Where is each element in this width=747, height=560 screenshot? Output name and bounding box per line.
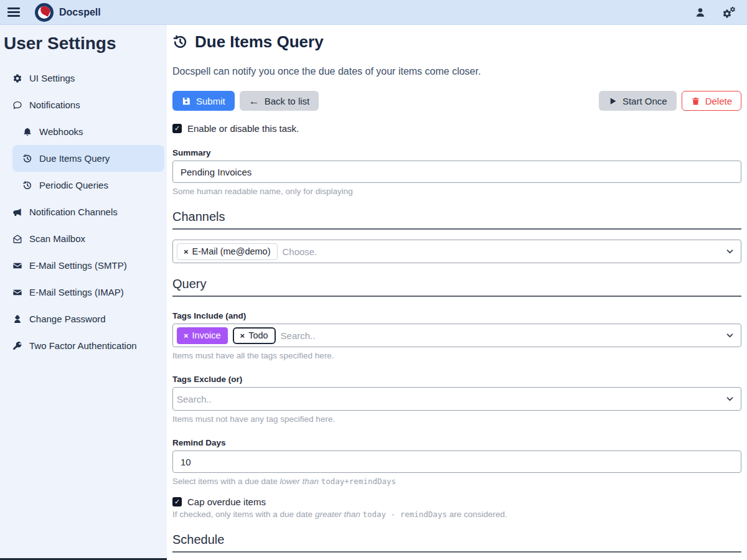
sidebar-item-label: E-Mail Settings (SMTP)	[29, 260, 127, 271]
tags-exclude-multiselect[interactable]: Search..	[172, 387, 741, 411]
play-icon	[608, 96, 618, 106]
enable-task-row: ✓ Enable or disable this task.	[172, 123, 741, 134]
page-description: Docspell can notify you once the due dat…	[172, 66, 741, 77]
brand-name: Docspell	[59, 7, 101, 18]
trash-icon	[691, 96, 700, 106]
action-bar: Submit ← Back to list Start Once Delete	[172, 91, 741, 111]
brand[interactable]: Docspell	[35, 3, 101, 22]
history-icon	[22, 154, 32, 164]
channels-multiselect[interactable]: × E-Mail (me@demo) Choose.	[172, 240, 741, 263]
sidebar-item-label: UI Settings	[29, 73, 75, 83]
cap-overdue-label: Cap overdue items	[187, 497, 266, 507]
cap-overdue-help: If checked, only items with a due date g…	[172, 510, 741, 519]
sidebar-title: User Settings	[2, 32, 164, 65]
sidebar-item-label: E-Mail Settings (IMAP)	[29, 287, 124, 297]
cap-overdue-checkbox[interactable]: ✓	[172, 497, 182, 506]
save-icon	[182, 96, 191, 106]
sidebar-item-scan-mailbox[interactable]: Scan Mailbox	[2, 225, 164, 252]
delete-label: Delete	[705, 96, 732, 106]
page-title-text: Due Items Query	[195, 32, 324, 52]
page-title: Due Items Query	[172, 32, 741, 52]
sidebar-item-label: Notification Channels	[29, 207, 118, 217]
summary-help: Some human readable name, only for displ…	[172, 187, 741, 196]
gear-icon	[12, 73, 22, 83]
channels-section-heading: Channels	[172, 210, 741, 230]
sidebar-item-label: Two Factor Authentication	[29, 340, 137, 351]
summary-label: Summary	[172, 148, 741, 157]
enable-task-label: Enable or disable this task.	[187, 123, 299, 134]
sidebar-item-two-factor[interactable]: Two Factor Authentication	[2, 332, 164, 359]
back-label: Back to list	[265, 96, 310, 106]
enable-task-checkbox[interactable]: ✓	[172, 124, 182, 133]
sidebar-item-email-imap[interactable]: E-Mail Settings (IMAP)	[2, 279, 164, 306]
remind-days-help: Select items with a due date lower than …	[172, 477, 741, 486]
submit-button[interactable]: Submit	[172, 91, 235, 111]
sidebar-item-label: Periodic Queries	[39, 180, 108, 190]
check-icon: ✓	[174, 124, 180, 133]
submit-label: Submit	[196, 96, 225, 106]
envelope-open-icon	[12, 234, 22, 244]
channels-placeholder: Choose.	[283, 246, 317, 257]
sidebar-item-label: Webhooks	[39, 126, 83, 137]
cap-overdue-row: ✓ Cap overdue items	[172, 497, 741, 507]
tag-chip-label: Todo	[248, 330, 268, 340]
tags-include-help: Items must have all the tags specified h…	[172, 351, 741, 360]
envelope-icon	[12, 287, 22, 297]
close-icon[interactable]: ×	[184, 247, 189, 256]
sidebar-item-label: Due Items Query	[39, 153, 110, 164]
sidebar-item-notifications[interactable]: Notifications	[2, 91, 164, 118]
sidebar-item-label: Notifications	[29, 100, 80, 110]
close-icon[interactable]: ×	[240, 331, 245, 340]
chevron-down-icon[interactable]	[726, 395, 734, 403]
tags-exclude-help: Items must not have any tag specified he…	[172, 414, 741, 424]
tag-chip-invoice[interactable]: × Invoice	[177, 327, 228, 344]
remind-days-label: Remind Days	[172, 438, 741, 447]
history-icon	[22, 180, 32, 190]
history-icon	[172, 34, 188, 50]
tag-chip-label: Invoice	[192, 330, 221, 340]
tags-exclude-label: Tags Exclude (or)	[172, 375, 741, 384]
sidebar-item-label: Scan Mailbox	[29, 233, 85, 244]
gears-icon[interactable]	[722, 6, 736, 19]
top-navbar: Docspell	[0, 0, 747, 25]
tag-chip-todo[interactable]: × Todo	[233, 327, 276, 344]
arrow-left-icon: ←	[249, 96, 260, 106]
sidebar-item-notification-channels[interactable]: Notification Channels	[2, 198, 164, 225]
main-content: Due Items Query Docspell can notify you …	[167, 25, 747, 560]
channel-chip-label: E-Mail (me@demo)	[192, 246, 271, 256]
tags-include-multiselect[interactable]: × Invoice × Todo Search..	[172, 324, 741, 347]
tags-include-placeholder: Search..	[281, 330, 316, 341]
chevron-down-icon[interactable]	[726, 332, 734, 340]
delete-button[interactable]: Delete	[682, 91, 741, 111]
user-secret-icon	[12, 314, 22, 324]
chevron-down-icon[interactable]	[726, 248, 734, 256]
sidebar-item-due-items-query[interactable]: Due Items Query	[12, 145, 164, 172]
bell-icon	[22, 127, 32, 137]
sidebar-item-label: Change Password	[29, 314, 106, 324]
tags-include-label: Tags Include (and)	[172, 311, 741, 320]
check-icon: ✓	[174, 498, 180, 506]
sidebar-item-ui-settings[interactable]: UI Settings	[2, 65, 164, 91]
docspell-logo-icon	[35, 3, 54, 22]
remind-days-input[interactable]	[172, 450, 741, 473]
sidebar-item-change-password[interactable]: Change Password	[2, 306, 164, 332]
back-to-list-button[interactable]: ← Back to list	[240, 91, 319, 111]
envelope-icon	[12, 261, 22, 271]
menu-icon[interactable]	[7, 7, 20, 17]
sidebar-item-webhooks[interactable]: Webhooks	[12, 118, 164, 145]
summary-input[interactable]	[172, 161, 741, 183]
sidebar-item-periodic-queries[interactable]: Periodic Queries	[12, 172, 164, 198]
query-section-heading: Query	[172, 277, 741, 297]
comment-icon	[12, 100, 22, 110]
start-once-button[interactable]: Start Once	[599, 91, 677, 111]
settings-sidebar: User Settings UI Settings Notifications …	[0, 25, 167, 560]
user-icon[interactable]	[695, 7, 706, 18]
tags-exclude-placeholder: Search..	[177, 394, 212, 404]
bullhorn-icon	[12, 207, 22, 217]
close-icon[interactable]: ×	[184, 331, 189, 340]
channel-chip[interactable]: × E-Mail (me@demo)	[177, 243, 278, 260]
sidebar-item-email-smtp[interactable]: E-Mail Settings (SMTP)	[2, 252, 164, 279]
schedule-section-heading: Schedule	[172, 533, 741, 553]
start-once-label: Start Once	[622, 96, 667, 106]
key-icon	[12, 341, 22, 351]
